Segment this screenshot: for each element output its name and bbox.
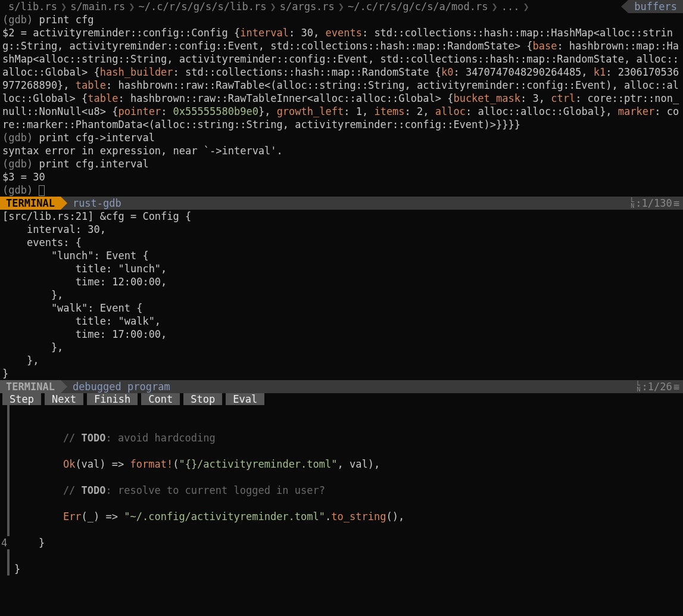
- tab-item[interactable]: s/args.rs: [277, 0, 337, 13]
- chevron-right-icon: ❯: [60, 0, 68, 13]
- mode-badge: TERMINAL: [0, 380, 61, 393]
- tab-more[interactable]: ...: [499, 0, 522, 13]
- gutter-marker: 4: [1, 536, 7, 549]
- chevron-right-icon: ❯: [490, 0, 498, 13]
- terminal-cursor: [39, 185, 45, 196]
- chevron-right-icon: ❯: [127, 0, 136, 13]
- step-button[interactable]: Step: [2, 393, 41, 405]
- code-editor[interactable]: // TODO: avoid hardcoding Ok(val) => for…: [0, 405, 683, 616]
- cont-button[interactable]: Cont: [141, 393, 180, 405]
- terminal-status-bar: TERMINAL rust-gdb LN:1/130≡: [0, 197, 683, 210]
- tab-item[interactable]: s/lib.rs: [6, 0, 60, 13]
- chevron-right-icon: ❯: [522, 0, 530, 13]
- chevron-right-icon: ❯: [337, 0, 345, 13]
- chevron-right-icon: ❯: [269, 0, 277, 13]
- menu-icon: ≡: [673, 197, 679, 210]
- mode-badge: TERMINAL: [0, 197, 61, 210]
- gdb-terminal-output[interactable]: (gdb) print cfg $2 = activityreminder::c…: [0, 13, 683, 197]
- tab-item[interactable]: ~/.c/r/s/g/c/s/a/mod.rs: [345, 0, 490, 13]
- finish-button[interactable]: Finish: [87, 393, 138, 405]
- position-indicator: LN:1/130≡: [631, 197, 683, 210]
- debug-toolbar: Step Next Finish Cont Stop Eval: [0, 393, 683, 405]
- next-button[interactable]: Next: [45, 393, 83, 405]
- tab-item[interactable]: ~/.c/r/s/g/s/s/lib.rs: [136, 0, 269, 13]
- buffers-label: buffers: [628, 0, 683, 13]
- tab-item[interactable]: s/main.rs: [68, 0, 127, 13]
- stop-button[interactable]: Stop: [183, 393, 222, 405]
- eval-button[interactable]: Eval: [226, 393, 264, 405]
- terminal-title: rust-gdb: [61, 197, 121, 210]
- menu-icon: ≡: [673, 380, 679, 393]
- buffer-tabs: s/lib.rs❯ s/main.rs❯ ~/.c/r/s/g/s/s/lib.…: [0, 0, 683, 13]
- terminal-title: debugged program: [61, 380, 170, 393]
- terminal-status-bar: TERMINAL debugged program LN:1/26≡: [0, 380, 683, 393]
- debug-output[interactable]: [src/lib.rs:21] &cfg = Config { interval…: [0, 210, 683, 380]
- position-indicator: LN:1/26≡: [637, 380, 683, 393]
